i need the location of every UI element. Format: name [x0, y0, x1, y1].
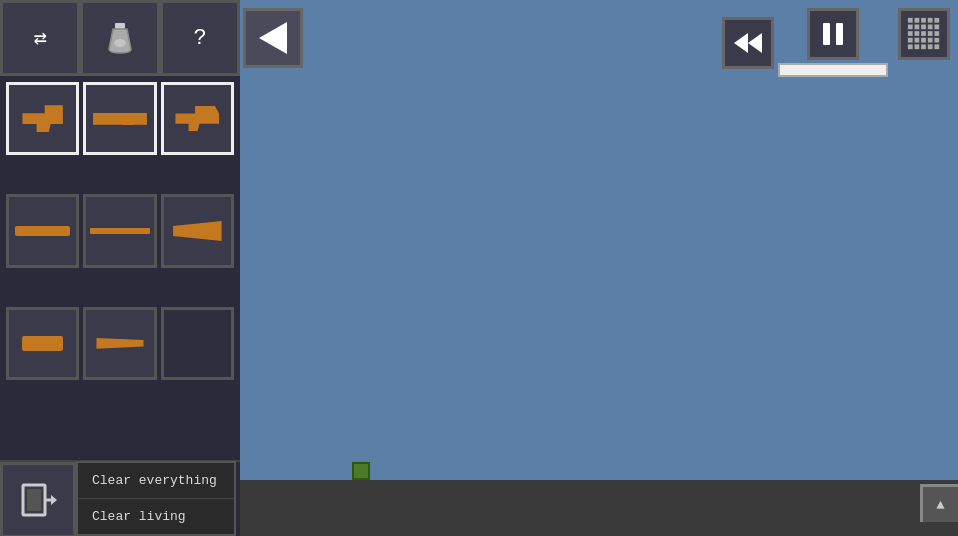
back-arrow-button[interactable]	[243, 8, 303, 68]
weapon-icon-rifle-body	[94, 113, 147, 124]
weapon-icon-pistol	[22, 105, 62, 132]
svg-rect-9	[836, 23, 843, 45]
svg-rect-24	[934, 31, 939, 36]
potion-icon	[103, 21, 137, 55]
entity	[352, 462, 370, 480]
item-cell-5[interactable]	[161, 194, 234, 267]
potion-button[interactable]	[80, 0, 160, 76]
svg-point-1	[114, 39, 126, 47]
svg-rect-27	[921, 38, 926, 43]
item-cell-4[interactable]	[83, 194, 156, 267]
rewind-button[interactable]	[722, 17, 774, 69]
svg-rect-3	[27, 489, 41, 511]
swap-icon: ⇄	[33, 25, 46, 52]
weapon-icon-sniper	[90, 228, 149, 235]
grid-toggle-button[interactable]	[898, 8, 950, 60]
exit-icon	[19, 481, 57, 519]
svg-rect-15	[908, 25, 913, 30]
svg-rect-12	[921, 18, 926, 23]
svg-rect-25	[908, 38, 913, 43]
item-cell-1[interactable]	[83, 82, 156, 155]
item-cell-0[interactable]	[6, 82, 79, 155]
item-grid	[0, 76, 240, 460]
clear-everything-button[interactable]: Clear everything	[78, 463, 234, 499]
svg-rect-16	[915, 25, 920, 30]
weapon-icon-smg	[175, 106, 219, 132]
svg-rect-29	[934, 38, 939, 43]
help-button[interactable]: ?	[160, 0, 240, 76]
svg-rect-33	[928, 44, 933, 49]
rewind-icon	[730, 25, 766, 61]
left-panel: ⇄ ?	[0, 0, 240, 536]
item-cell-2[interactable]	[161, 82, 234, 155]
item-cell-6[interactable]	[6, 307, 79, 380]
svg-rect-26	[915, 38, 920, 43]
svg-rect-19	[934, 25, 939, 30]
item-cell-8[interactable]	[161, 307, 234, 380]
svg-rect-18	[928, 25, 933, 30]
bottom-bar: Clear everything Clear living	[0, 460, 240, 536]
clear-living-button[interactable]: Clear living	[78, 499, 234, 534]
item-cell-3[interactable]	[6, 194, 79, 267]
toolbar: ⇄ ?	[0, 0, 240, 76]
top-right-controls	[722, 8, 888, 77]
game-area[interactable]: ▲	[240, 0, 958, 536]
svg-rect-8	[823, 23, 830, 45]
svg-rect-30	[908, 44, 913, 49]
weapon-icon-smg2	[22, 336, 62, 351]
pause-button[interactable]	[807, 8, 859, 60]
question-icon: ?	[193, 26, 206, 51]
svg-rect-20	[908, 31, 913, 36]
weapon-icon-pistol2	[96, 338, 143, 349]
speed-bar[interactable]	[778, 63, 888, 77]
pause-icon	[818, 19, 848, 49]
weapon-icon-minigun	[15, 226, 70, 235]
svg-rect-31	[915, 44, 920, 49]
svg-marker-6	[734, 33, 748, 53]
svg-rect-34	[934, 44, 939, 49]
svg-rect-10	[908, 18, 913, 23]
svg-rect-21	[915, 31, 920, 36]
svg-rect-22	[921, 31, 926, 36]
exit-button[interactable]	[0, 462, 76, 536]
item-cell-7[interactable]	[83, 307, 156, 380]
swap-button[interactable]: ⇄	[0, 0, 80, 76]
svg-rect-28	[928, 38, 933, 43]
svg-rect-13	[928, 18, 933, 23]
svg-rect-11	[915, 18, 920, 23]
svg-rect-17	[921, 25, 926, 30]
svg-rect-23	[928, 31, 933, 36]
ground	[240, 480, 958, 536]
grid-icon	[906, 16, 942, 52]
bottom-right-arrow-icon[interactable]: ▲	[920, 484, 958, 522]
svg-rect-0	[115, 23, 125, 29]
context-menu: Clear everything Clear living	[76, 461, 236, 536]
svg-marker-5	[51, 495, 57, 505]
svg-rect-14	[934, 18, 939, 23]
svg-rect-32	[921, 44, 926, 49]
svg-marker-7	[748, 33, 762, 53]
weapon-icon-shotgun	[173, 221, 221, 241]
